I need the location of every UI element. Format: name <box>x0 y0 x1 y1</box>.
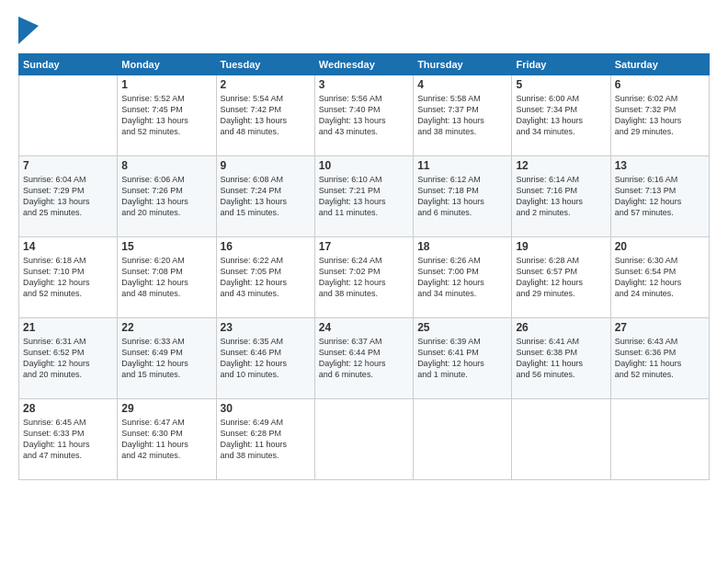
day-info: Sunrise: 6:39 AM Sunset: 6:41 PM Dayligh… <box>417 336 507 381</box>
svg-marker-0 <box>18 17 39 44</box>
day-number: 21 <box>23 321 113 334</box>
day-info: Sunrise: 6:10 AM Sunset: 7:21 PM Dayligh… <box>319 174 409 219</box>
calendar-cell <box>314 399 413 480</box>
weekday-header: Saturday <box>610 54 709 75</box>
day-number: 9 <box>221 159 311 172</box>
day-number: 10 <box>319 159 409 172</box>
day-number: 5 <box>516 78 606 91</box>
calendar-cell: 8Sunrise: 6:06 AM Sunset: 7:26 PM Daylig… <box>118 156 216 237</box>
day-number: 12 <box>516 159 606 172</box>
calendar-cell: 1Sunrise: 5:52 AM Sunset: 7:45 PM Daylig… <box>118 75 216 156</box>
day-number: 6 <box>615 78 705 91</box>
weekday-row: SundayMondayTuesdayWednesdayThursdayFrid… <box>19 54 710 75</box>
day-number: 30 <box>221 402 311 415</box>
day-info: Sunrise: 5:58 AM Sunset: 7:37 PM Dayligh… <box>417 93 507 138</box>
weekday-header: Wednesday <box>314 54 413 75</box>
calendar-week-row: 14Sunrise: 6:18 AM Sunset: 7:10 PM Dayli… <box>19 237 710 318</box>
calendar-cell: 22Sunrise: 6:33 AM Sunset: 6:49 PM Dayli… <box>118 318 216 399</box>
day-info: Sunrise: 5:56 AM Sunset: 7:40 PM Dayligh… <box>319 93 409 138</box>
day-info: Sunrise: 5:52 AM Sunset: 7:45 PM Dayligh… <box>121 93 211 138</box>
day-number: 23 <box>221 321 311 334</box>
calendar-cell <box>610 399 709 480</box>
day-number: 2 <box>221 78 311 91</box>
calendar-cell: 27Sunrise: 6:43 AM Sunset: 6:36 PM Dayli… <box>610 318 709 399</box>
calendar-cell <box>512 399 610 480</box>
day-info: Sunrise: 6:24 AM Sunset: 7:02 PM Dayligh… <box>319 255 409 300</box>
day-number: 11 <box>417 159 507 172</box>
weekday-header: Friday <box>512 54 610 75</box>
day-number: 22 <box>121 321 211 334</box>
calendar-cell: 10Sunrise: 6:10 AM Sunset: 7:21 PM Dayli… <box>314 156 413 237</box>
page: SundayMondayTuesdayWednesdayThursdayFrid… <box>0 0 728 563</box>
calendar-header: SundayMondayTuesdayWednesdayThursdayFrid… <box>19 54 710 75</box>
day-info: Sunrise: 6:04 AM Sunset: 7:29 PM Dayligh… <box>23 174 113 219</box>
header <box>18 17 710 44</box>
day-info: Sunrise: 6:37 AM Sunset: 6:44 PM Dayligh… <box>319 336 409 381</box>
day-info: Sunrise: 6:31 AM Sunset: 6:52 PM Dayligh… <box>23 336 113 381</box>
day-number: 1 <box>121 78 211 91</box>
day-number: 16 <box>221 240 311 253</box>
calendar-cell: 17Sunrise: 6:24 AM Sunset: 7:02 PM Dayli… <box>314 237 413 318</box>
day-number: 17 <box>319 240 409 253</box>
day-number: 7 <box>23 159 113 172</box>
calendar-cell: 23Sunrise: 6:35 AM Sunset: 6:46 PM Dayli… <box>216 318 314 399</box>
calendar-cell: 7Sunrise: 6:04 AM Sunset: 7:29 PM Daylig… <box>19 156 118 237</box>
weekday-header: Thursday <box>414 54 512 75</box>
calendar-cell <box>414 399 512 480</box>
calendar-cell: 18Sunrise: 6:26 AM Sunset: 7:00 PM Dayli… <box>414 237 512 318</box>
day-number: 27 <box>615 321 705 334</box>
day-info: Sunrise: 6:47 AM Sunset: 6:30 PM Dayligh… <box>121 417 211 462</box>
calendar-cell: 9Sunrise: 6:08 AM Sunset: 7:24 PM Daylig… <box>216 156 314 237</box>
logo <box>18 17 39 44</box>
day-info: Sunrise: 6:06 AM Sunset: 7:26 PM Dayligh… <box>121 174 211 219</box>
calendar-cell: 14Sunrise: 6:18 AM Sunset: 7:10 PM Dayli… <box>19 237 118 318</box>
calendar-cell: 24Sunrise: 6:37 AM Sunset: 6:44 PM Dayli… <box>314 318 413 399</box>
day-number: 8 <box>121 159 211 172</box>
calendar-cell: 20Sunrise: 6:30 AM Sunset: 6:54 PM Dayli… <box>610 237 709 318</box>
day-info: Sunrise: 6:43 AM Sunset: 6:36 PM Dayligh… <box>615 336 705 381</box>
day-info: Sunrise: 6:18 AM Sunset: 7:10 PM Dayligh… <box>23 255 113 300</box>
calendar-cell: 26Sunrise: 6:41 AM Sunset: 6:38 PM Dayli… <box>512 318 610 399</box>
day-info: Sunrise: 6:22 AM Sunset: 7:05 PM Dayligh… <box>221 255 311 300</box>
weekday-header: Sunday <box>19 54 118 75</box>
day-number: 18 <box>417 240 507 253</box>
day-info: Sunrise: 6:02 AM Sunset: 7:32 PM Dayligh… <box>615 93 705 138</box>
calendar-cell: 25Sunrise: 6:39 AM Sunset: 6:41 PM Dayli… <box>414 318 512 399</box>
weekday-header: Monday <box>118 54 216 75</box>
calendar-week-row: 21Sunrise: 6:31 AM Sunset: 6:52 PM Dayli… <box>19 318 710 399</box>
day-number: 29 <box>121 402 211 415</box>
day-number: 3 <box>319 78 409 91</box>
day-number: 24 <box>319 321 409 334</box>
day-info: Sunrise: 6:16 AM Sunset: 7:13 PM Dayligh… <box>615 174 705 219</box>
calendar-cell: 3Sunrise: 5:56 AM Sunset: 7:40 PM Daylig… <box>314 75 413 156</box>
day-number: 14 <box>23 240 113 253</box>
calendar-cell: 2Sunrise: 5:54 AM Sunset: 7:42 PM Daylig… <box>216 75 314 156</box>
day-info: Sunrise: 6:08 AM Sunset: 7:24 PM Dayligh… <box>221 174 311 219</box>
day-info: Sunrise: 6:20 AM Sunset: 7:08 PM Dayligh… <box>121 255 211 300</box>
calendar-week-row: 1Sunrise: 5:52 AM Sunset: 7:45 PM Daylig… <box>19 75 710 156</box>
day-info: Sunrise: 6:12 AM Sunset: 7:18 PM Dayligh… <box>417 174 507 219</box>
day-number: 25 <box>417 321 507 334</box>
day-info: Sunrise: 6:28 AM Sunset: 6:57 PM Dayligh… <box>516 255 606 300</box>
logo-icon <box>18 17 39 44</box>
day-info: Sunrise: 6:00 AM Sunset: 7:34 PM Dayligh… <box>516 93 606 138</box>
day-info: Sunrise: 6:30 AM Sunset: 6:54 PM Dayligh… <box>615 255 705 300</box>
calendar-week-row: 28Sunrise: 6:45 AM Sunset: 6:33 PM Dayli… <box>19 399 710 480</box>
day-info: Sunrise: 6:14 AM Sunset: 7:16 PM Dayligh… <box>516 174 606 219</box>
day-info: Sunrise: 6:49 AM Sunset: 6:28 PM Dayligh… <box>221 417 311 462</box>
calendar-cell <box>19 75 118 156</box>
calendar-cell: 5Sunrise: 6:00 AM Sunset: 7:34 PM Daylig… <box>512 75 610 156</box>
day-number: 4 <box>417 78 507 91</box>
calendar-cell: 6Sunrise: 6:02 AM Sunset: 7:32 PM Daylig… <box>610 75 709 156</box>
day-info: Sunrise: 6:35 AM Sunset: 6:46 PM Dayligh… <box>221 336 311 381</box>
calendar-cell: 15Sunrise: 6:20 AM Sunset: 7:08 PM Dayli… <box>118 237 216 318</box>
calendar-cell: 29Sunrise: 6:47 AM Sunset: 6:30 PM Dayli… <box>118 399 216 480</box>
calendar-body: 1Sunrise: 5:52 AM Sunset: 7:45 PM Daylig… <box>19 75 710 480</box>
day-info: Sunrise: 6:26 AM Sunset: 7:00 PM Dayligh… <box>417 255 507 300</box>
calendar-cell: 4Sunrise: 5:58 AM Sunset: 7:37 PM Daylig… <box>414 75 512 156</box>
day-number: 26 <box>516 321 606 334</box>
day-info: Sunrise: 6:41 AM Sunset: 6:38 PM Dayligh… <box>516 336 606 381</box>
calendar-cell: 12Sunrise: 6:14 AM Sunset: 7:16 PM Dayli… <box>512 156 610 237</box>
day-number: 15 <box>121 240 211 253</box>
calendar-table: SundayMondayTuesdayWednesdayThursdayFrid… <box>18 53 710 480</box>
